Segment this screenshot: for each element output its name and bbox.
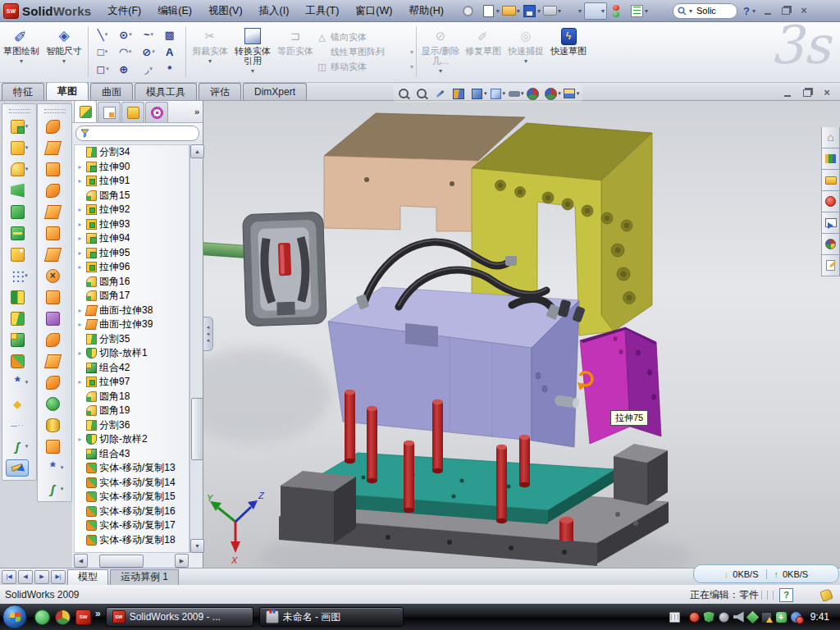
scroll-left-button[interactable]: ◀ [74,554,88,568]
toolbar-button[interactable]: ▾ [6,158,33,180]
search-input[interactable] [695,5,733,16]
minimize-button[interactable] [760,4,776,17]
toolbar-button[interactable]: ▾ [6,116,33,137]
doc-minimize-button[interactable] [779,86,796,99]
feature-tree-item[interactable]: ▸ 切除-放样2 [75,432,189,447]
ribbon-tab[interactable]: 曲面 [90,83,133,100]
dropdown-caret-icon[interactable]: ▾ [149,66,153,72]
dropdown-caret-icon[interactable]: ▾ [558,90,561,97]
toolbar-button[interactable]: ▾ [46,180,64,201]
feature-tree-item[interactable]: ▸ 切除-放样1 [75,346,189,361]
feature-tree-item[interactable]: ▸ 曲面-拉伸39 [75,317,189,332]
toolbar-button[interactable]: ▾ [46,265,64,286]
quick-tool-button[interactable]: ▾ [609,4,628,18]
feature-tree-item[interactable]: ▸ 圆角17 [75,289,189,304]
command-button[interactable]: ◎ 快速捕捉 ▾ [504,24,547,80]
view-tool-button[interactable]: ▾ [416,88,432,100]
menu-item[interactable]: 工具(T) [297,4,347,18]
toolbar-button[interactable]: ▾ [6,457,33,478]
document-tab[interactable]: 运动算例 1 [110,569,179,585]
dropdown-caret-icon[interactable]: ▾ [524,57,527,66]
sketch-entity-button[interactable]: ▩ ▾ [160,26,183,43]
dropdown-caret-icon[interactable]: ▾ [484,90,487,97]
sketch-entity-button[interactable]: ⊕ ▾ [114,61,137,78]
toolbar-button[interactable]: ▾ [46,308,64,329]
menu-item[interactable]: 窗口(W) [347,4,400,18]
feature-tree-item[interactable]: ▸ 拉伸90 [75,160,189,175]
sketch-entity-button[interactable]: ⊘ ▾ [137,43,160,61]
sketch-entity-button[interactable]: ╲ ▾ [91,26,114,43]
toolbar-grip[interactable] [44,109,66,113]
dropdown-caret-icon[interactable]: ▾ [503,90,506,97]
feature-tree-item[interactable]: ▸ 组合43 [75,447,189,462]
command-button[interactable]: ϟ 快速草图 ▾ [547,24,590,80]
dropdown-caret-icon[interactable]: ▾ [61,486,64,492]
quick-tool-button[interactable]: ▾ [523,4,541,18]
menu-item[interactable]: 插入(I) [251,4,298,18]
quick-tool-button[interactable]: ▾ [564,4,582,18]
scroll-right-button[interactable]: ▶ [175,554,189,568]
task-pane-button[interactable] [821,191,840,212]
tray-icon[interactable]: + [776,612,787,623]
tab-nav-button[interactable]: ◀ [18,570,33,584]
feature-tree-item[interactable]: ▸ 实体-移动/复制15 [75,490,189,504]
dropdown-caret-icon[interactable]: ▾ [25,123,29,130]
task-pane-button[interactable] [821,148,840,170]
quick-tool-button[interactable]: ▾ [651,4,669,18]
dropdown-caret-icon[interactable]: ▾ [105,31,108,38]
dropdown-caret-icon[interactable]: ▾ [601,7,605,15]
expand-arrow-icon[interactable]: ▸ [76,349,84,357]
dropdown-caret-icon[interactable]: ▾ [20,57,23,66]
restore-button[interactable] [778,4,794,17]
command-button[interactable]: ✂ 剪裁实体 ▾ [189,24,231,80]
toolbar-button[interactable]: ▾ [46,201,64,222]
toolbar-button[interactable]: ▾ [6,265,33,286]
command-button[interactable]: 转换实体引用 ▾ [231,24,274,80]
view-tool-button[interactable]: ▾ [508,88,524,100]
ribbon-tab[interactable]: 模具工具 [135,83,197,100]
panel-tab[interactable] [98,102,121,122]
quick-launch-icon[interactable] [34,609,50,625]
feature-tree-item[interactable]: ▸ 圆角19 [75,404,189,418]
tag-icon[interactable] [819,588,833,602]
feature-tree-item[interactable]: ▸ 圆角16 [75,275,189,290]
quick-launch-icon[interactable]: SW [75,609,91,625]
dropdown-caret-icon[interactable]: ▾ [208,57,212,66]
toolbar-button[interactable]: ▾ [46,457,64,478]
dropdown-caret-icon[interactable]: ▾ [25,443,29,450]
quick-launch-expand-chevron[interactable]: » [95,608,101,619]
feature-tree-item[interactable]: ▸ 实体-移动/复制18 [75,533,189,548]
sketch-entity-button[interactable]: A ▾ [160,43,183,61]
expand-arrow-icon[interactable]: ▸ [76,163,84,171]
quick-tool-button[interactable]: ▾ [502,4,520,18]
toolbar-button[interactable]: ▾ [6,372,33,393]
task-pane-button[interactable] [821,212,840,234]
dropdown-caret-icon[interactable]: ▾ [106,66,109,72]
task-button[interactable]: SW SolidWorks 2009 - ... [106,607,253,627]
quick-tool-button[interactable]: ▾ [584,2,607,20]
command-button[interactable]: ◫ 移动实体 ▾ [317,61,413,73]
search-box[interactable]: ▾ [673,3,737,19]
ribbon-tab[interactable]: 特征 [2,83,44,100]
dropdown-caret-icon[interactable]: ▾ [25,144,29,151]
help-button[interactable]: ? ▾ [742,5,756,17]
sketch-entity-button[interactable]: ⊙ ▾ [114,26,137,43]
tree-filter-input[interactable] [75,126,199,141]
toolbar-button[interactable]: ▾ [46,350,64,372]
toolbar-grip[interactable] [9,109,30,113]
menu-item[interactable]: 编辑(E) [149,4,200,18]
tray-icon[interactable] [689,612,700,623]
tray-icon[interactable] [704,612,714,623]
tree-vertical-scrollbar[interactable]: ▲ ▼ [189,144,203,553]
feature-tree-item[interactable]: ▸ 曲面-拉伸38 [75,304,189,318]
toolbar-button[interactable]: ▾ [46,222,64,244]
dropdown-caret-icon[interactable]: ▾ [151,31,154,38]
view-tool-button[interactable]: ▾ [453,88,469,100]
tree-horizontal-scrollbar[interactable]: ◀ ▶ [74,555,189,567]
feature-tree-item[interactable]: ▸ 组合42 [75,361,189,376]
panel-tab[interactable] [74,100,97,122]
network-speed-widget[interactable]: ↓ 0KB/S ↑ 0KB/S [693,564,839,583]
scroll-up-button[interactable]: ▲ [190,144,204,158]
dropdown-caret-icon[interactable]: ▾ [61,464,64,471]
tab-nav-button[interactable]: |◀ [2,570,16,584]
